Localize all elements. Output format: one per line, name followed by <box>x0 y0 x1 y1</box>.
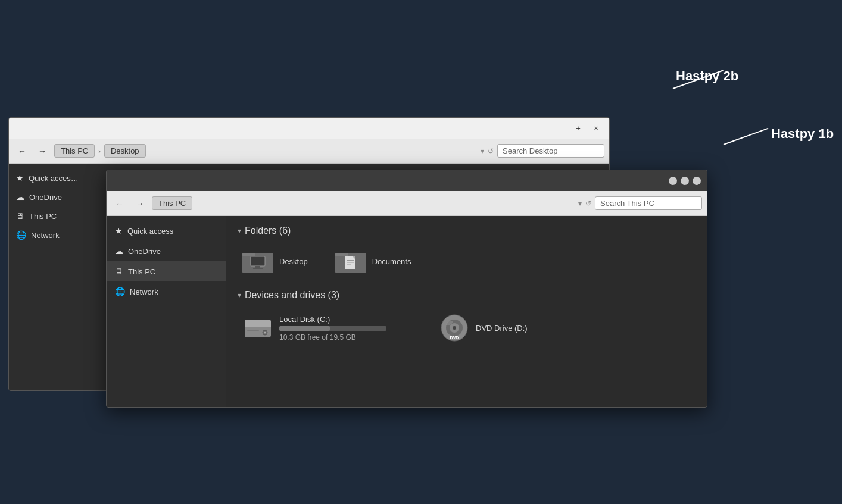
minimize-dot[interactable] <box>669 177 677 185</box>
drive-d[interactable]: DVD DVD Drive (D:) <box>434 309 613 347</box>
navbar-front: ← → This PC ▾ ↺ Search This PC <box>107 191 707 216</box>
forward-arrow-front[interactable]: → <box>132 195 148 212</box>
folder-desktop[interactable]: Desktop <box>238 245 313 278</box>
star-icon: ★ <box>16 173 24 183</box>
svg-rect-11 <box>347 264 351 265</box>
search-box-front: ▾ ↺ Search This PC <box>578 196 702 210</box>
navbar-back: ← → This PC › Desktop ▾ ↺ Search Desktop <box>9 139 609 164</box>
maximize-button-back[interactable]: + <box>570 120 587 137</box>
breadcrumb-thispc-back[interactable]: This PC <box>54 144 95 158</box>
dropdown-arrow-back[interactable]: ▾ <box>481 147 484 155</box>
drive-c-info: Local Disk (C:) 10.3 GB free of 19.5 GB <box>279 315 386 342</box>
harddisk-icon <box>242 312 273 343</box>
content-area-front: ★ Quick access ☁ OneDrive 🖥 This PC 🌐 Ne… <box>107 216 707 407</box>
refresh-icon-front[interactable]: ↺ <box>585 199 591 208</box>
sidebar-item-quickaccess-front[interactable]: ★ Quick access <box>107 221 226 241</box>
drive-d-info: DVD Drive (D:) <box>476 324 528 333</box>
drive-c[interactable]: Local Disk (C:) 10.3 GB free of 19.5 GB <box>238 309 416 347</box>
main-content: ▾ Folders (6) <box>226 216 707 407</box>
drives-grid: Local Disk (C:) 10.3 GB free of 19.5 GB <box>238 309 695 347</box>
folder-documents-label: Documents <box>372 257 411 266</box>
back-arrow-front[interactable]: ← <box>111 195 128 212</box>
svg-rect-1 <box>242 253 255 256</box>
drives-chevron[interactable]: ▾ <box>238 291 241 299</box>
search-input-back[interactable]: Search Desktop <box>497 144 604 158</box>
search-box-back: ▾ ↺ Search Desktop <box>481 144 604 158</box>
sidebar-item-onedrive-front[interactable]: ☁ OneDrive <box>107 241 226 261</box>
search-input-front[interactable]: Search This PC <box>595 196 702 210</box>
drive-c-progressbar <box>279 326 386 331</box>
folders-chevron[interactable]: ▾ <box>238 227 241 235</box>
network-icon-front: 🌐 <box>115 287 125 296</box>
refresh-icon-back[interactable]: ↺ <box>488 147 494 155</box>
sidebar-label-network-back: Network <box>31 231 60 240</box>
folder-documents[interactable]: Documents <box>330 245 416 278</box>
svg-rect-17 <box>247 330 259 331</box>
annotation-1b: Hastpy 1b <box>771 126 834 142</box>
sidebar-label-onedrive-front: OneDrive <box>128 247 161 256</box>
sidebar-label-network-front: Network <box>130 287 158 296</box>
sidebar-item-onedrive-back[interactable]: ☁ OneDrive <box>9 187 113 206</box>
svg-point-16 <box>264 332 266 334</box>
svg-rect-3 <box>255 266 260 268</box>
sidebar-item-network-back[interactable]: 🌐 Network <box>9 226 113 245</box>
sidebar-item-network-front[interactable]: 🌐 Network <box>107 281 226 302</box>
sidebar-item-quickaccess-back[interactable]: ★ Quick acces… <box>9 168 113 187</box>
drive-c-fill <box>279 326 330 331</box>
drive-c-size: 10.3 GB free of 19.5 GB <box>279 333 386 342</box>
sidebar-label-onedrive-back: OneDrive <box>29 193 62 202</box>
titlebar-front <box>107 170 707 191</box>
folders-header-label: Folders (6) <box>245 226 291 236</box>
network-icon-back: 🌐 <box>16 230 26 240</box>
drives-section-header: ▾ Devices and drives (3) <box>238 290 695 300</box>
sidebar-back: ★ Quick acces… ☁ OneDrive 🖥 This PC 🌐 Ne… <box>9 164 113 390</box>
folder-documents-icon <box>335 248 366 274</box>
svg-rect-2 <box>251 256 265 266</box>
sidebar-label-quickaccess-back: Quick acces… <box>29 174 79 183</box>
annotation-line-1b <box>724 128 769 145</box>
titlebar-back: — + × <box>9 118 609 139</box>
sidebar-item-thispc-front[interactable]: 🖥 This PC <box>107 261 226 281</box>
svg-point-21 <box>453 326 456 330</box>
drive-c-label: Local Disk (C:) <box>279 315 386 324</box>
cloud-icon: ☁ <box>16 192 24 202</box>
folders-section-header: ▾ Folders (6) <box>238 226 695 236</box>
svg-rect-10 <box>347 262 354 263</box>
sidebar-front: ★ Quick access ☁ OneDrive 🖥 This PC 🌐 Ne… <box>107 216 226 407</box>
breadcrumb-sep-back: › <box>98 148 101 155</box>
svg-rect-14 <box>245 327 271 329</box>
drive-d-label: DVD Drive (D:) <box>476 324 528 333</box>
monitor-icon-front: 🖥 <box>115 267 123 276</box>
monitor-icon: 🖥 <box>16 211 24 221</box>
svg-text:DVD: DVD <box>450 336 459 340</box>
dvd-icon: DVD <box>439 312 470 343</box>
breadcrumb-thispc-front[interactable]: This PC <box>152 196 192 210</box>
back-arrow-back[interactable]: ← <box>14 143 30 159</box>
star-icon-front: ★ <box>115 226 123 236</box>
svg-rect-9 <box>347 260 354 261</box>
breadcrumb-desktop-back[interactable]: Desktop <box>104 144 146 158</box>
sidebar-item-thispc-back[interactable]: 🖥 This PC <box>9 206 113 226</box>
folders-grid: Desktop <box>238 245 695 278</box>
close-button-back[interactable]: × <box>588 120 604 137</box>
dropdown-arrow-front[interactable]: ▾ <box>578 199 582 208</box>
sidebar-label-thispc-front: This PC <box>128 267 155 276</box>
folder-desktop-icon <box>242 248 273 274</box>
folder-desktop-label: Desktop <box>279 257 308 266</box>
sidebar-label-quickaccess-front: Quick access <box>127 227 173 236</box>
cloud-icon-front: ☁ <box>115 246 123 256</box>
sidebar-label-thispc-back: This PC <box>29 212 57 221</box>
maximize-dot[interactable] <box>681 177 689 185</box>
minimize-button-back[interactable]: — <box>552 120 569 137</box>
drives-header-label: Devices and drives (3) <box>245 290 339 300</box>
close-dot[interactable] <box>693 177 701 185</box>
window-thispc: ← → This PC ▾ ↺ Search This PC ★ Quick a… <box>106 170 707 408</box>
forward-arrow-back[interactable]: → <box>34 143 51 159</box>
svg-rect-4 <box>253 268 263 269</box>
